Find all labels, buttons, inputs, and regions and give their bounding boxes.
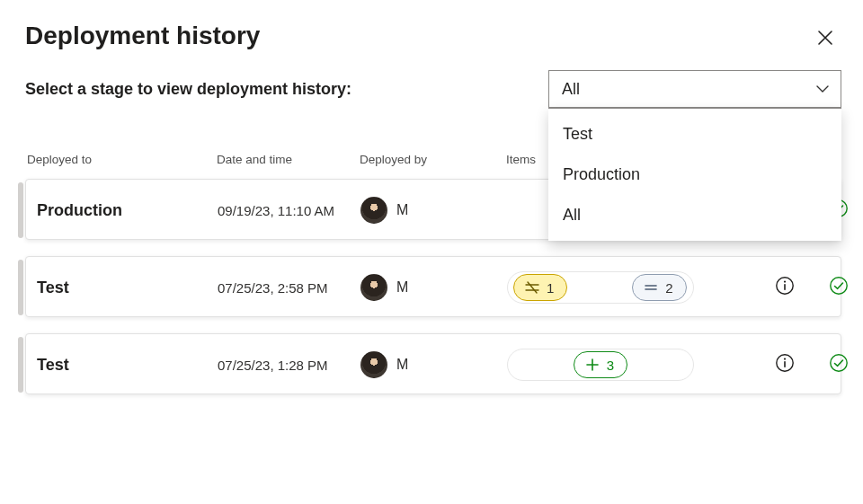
table-row[interactable]: Test07/25/23, 1:28 PMM3	[25, 333, 841, 394]
stage-filter-selected: All	[562, 80, 580, 99]
svg-rect-11	[784, 284, 786, 290]
deployed-by-name: M	[396, 202, 408, 218]
svg-point-10	[784, 281, 786, 283]
deployed-by: M	[360, 180, 507, 241]
stage-name: Test	[26, 257, 218, 318]
svg-line-6	[528, 282, 537, 293]
deployment-datetime: 09/19/23, 11:10 AM	[218, 180, 360, 241]
plus-icon	[585, 358, 600, 372]
info-icon	[775, 353, 795, 373]
avatar	[360, 197, 387, 224]
page-title: Deployment history	[25, 22, 260, 50]
deployment-datetime: 07/25/23, 1:28 PM	[218, 334, 360, 395]
check-circle-icon	[829, 276, 849, 296]
close-icon	[817, 30, 833, 46]
stage-filter-option-test[interactable]: Test	[548, 114, 841, 155]
items-pill-count: 1	[547, 280, 554, 296]
items-pill-same[interactable]: 2	[632, 274, 686, 301]
deployed-by-name: M	[396, 279, 408, 296]
avatar	[360, 274, 387, 301]
items-pill-count: 2	[665, 280, 672, 296]
check-circle-icon	[829, 353, 849, 373]
stage-filter-menu: Test Production All	[548, 108, 841, 241]
svg-point-18	[831, 355, 847, 371]
deployed-by: M	[360, 334, 507, 395]
status-success	[829, 276, 849, 299]
stage-filter-option-all[interactable]: All	[548, 195, 841, 235]
col-date-time: Date and time	[217, 153, 360, 166]
svg-point-16	[784, 358, 786, 360]
row-accent	[18, 337, 23, 393]
not-equal-icon	[525, 281, 539, 294]
stage-filter-dropdown[interactable]: All	[548, 70, 841, 108]
stage-filter-label: Select a stage to view deployment histor…	[25, 80, 351, 99]
items-pill-count: 3	[607, 358, 614, 373]
stage-name: Test	[26, 334, 218, 395]
svg-rect-17	[784, 361, 786, 367]
table-row[interactable]: Test07/25/23, 2:58 PMM12	[25, 256, 841, 317]
chevron-down-icon	[815, 82, 830, 96]
items-pill-added[interactable]: 3	[574, 351, 627, 378]
info-button[interactable]	[775, 276, 795, 299]
info-button[interactable]	[775, 353, 795, 376]
avatar	[360, 351, 387, 378]
deployment-datetime: 07/25/23, 2:58 PM	[218, 257, 360, 318]
status-success	[829, 353, 849, 376]
items-summary[interactable]: 3	[507, 349, 694, 381]
close-button[interactable]	[813, 25, 838, 50]
deployed-by: M	[360, 257, 507, 318]
items-pill-changed[interactable]: 1	[513, 274, 567, 301]
row-accent	[18, 182, 23, 238]
row-accent	[18, 260, 23, 315]
items-summary[interactable]: 12	[507, 271, 694, 304]
svg-point-12	[831, 278, 847, 294]
stage-name: Production	[26, 180, 218, 241]
col-deployed-to: Deployed to	[25, 153, 217, 166]
stage-filter-option-production[interactable]: Production	[548, 155, 841, 195]
equals-icon	[644, 281, 658, 294]
info-icon	[775, 276, 795, 296]
deployed-by-name: M	[396, 357, 408, 373]
col-deployed-by: Deployed by	[360, 153, 506, 166]
